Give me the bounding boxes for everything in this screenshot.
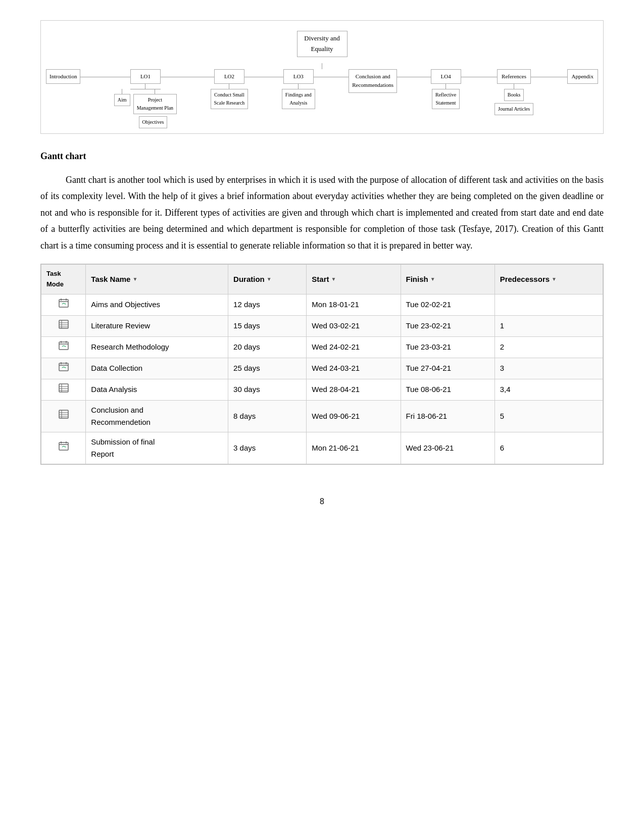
col-label-start: Start — [312, 273, 329, 285]
table-row: Literature Review15 daysWed 03-02-21Tue … — [41, 315, 603, 336]
row-6-start: Mon 21-06-21 — [307, 432, 401, 464]
row-4-predecessors: 3,4 — [494, 379, 603, 400]
refs-child-line — [514, 84, 514, 89]
org-child-findings: Findings and Analysis — [282, 89, 315, 109]
org-node-references: References — [497, 69, 531, 84]
org-node-lo1: LO1 — [130, 69, 161, 84]
row-2-name: Research Methodology — [86, 336, 228, 358]
svg-rect-25 — [59, 410, 68, 418]
sort-arrow-start[interactable]: ▼ — [331, 275, 336, 283]
gantt-table: TaskMode Task Name ▼ Duration ▼ — [41, 264, 603, 464]
col-label-finish: Finish — [406, 273, 428, 285]
row-1-finish: Tue 23-02-21 — [401, 315, 494, 336]
row-0-start: Mon 18-01-21 — [307, 294, 401, 315]
org-item-introduction: Introduction — [46, 69, 80, 84]
row-6-predecessors: 6 — [494, 432, 603, 464]
row-4-name: Data Analysis — [86, 379, 228, 400]
row-1-name: Literature Review — [86, 315, 228, 336]
gantt-paragraph: Gantt chart is another tool which is use… — [40, 172, 604, 254]
row-2-mode — [41, 336, 86, 358]
row-6-mode — [41, 432, 86, 464]
svg-rect-5 — [59, 320, 68, 328]
row-5-start: Wed 09-06-21 — [307, 400, 401, 432]
row-2-predecessors: 2 — [494, 336, 603, 358]
row-5-finish: Fri 18-06-21 — [401, 400, 494, 432]
org-child-objectives-node: Objectives — [139, 116, 168, 128]
org-child-journal: Journal Articles — [494, 103, 533, 115]
org-chart-container: Diversity and Equality Introduction LO1 … — [40, 20, 604, 134]
page-number: 8 — [40, 495, 604, 508]
row-4-duration: 30 days — [228, 379, 307, 400]
org-child-aim: Aim — [114, 94, 130, 106]
row-0-mode — [41, 294, 86, 315]
row-5-duration: 8 days — [228, 400, 307, 432]
row-6-finish: Wed 23-06-21 — [401, 432, 494, 464]
org-top-node: Diversity and Equality — [297, 31, 348, 57]
sort-arrow-duration[interactable]: ▼ — [267, 275, 272, 283]
svg-marker-14 — [65, 346, 66, 347]
row-1-predecessors: 1 — [494, 315, 603, 336]
table-row: Aims and Objectives12 daysMon 18-01-21Tu… — [41, 294, 603, 315]
col-header-start: Start ▼ — [307, 264, 401, 294]
sort-arrow-finish[interactable]: ▼ — [430, 275, 435, 283]
table-row: Conclusion and Recommendetion8 daysWed 0… — [41, 400, 603, 432]
org-item-lo4: LO4 Reflective Statement — [431, 69, 461, 110]
org-child-objectives: Project Management Plan — [133, 94, 177, 114]
org-node-lo3: LO3 — [283, 69, 314, 84]
row-5-predecessors: 5 — [494, 400, 603, 432]
row-0-name: Aims and Objectives — [86, 294, 228, 315]
col-label-duration: Duration — [233, 273, 265, 285]
col-header-finish: Finish ▼ — [401, 264, 494, 294]
org-item-lo2: LO2 Conduct Small Scale Research — [211, 69, 249, 110]
row-2-finish: Tue 23-03-21 — [401, 336, 494, 358]
col-label-mode: TaskMode — [46, 269, 64, 290]
org-node-lo4: LO4 — [431, 69, 461, 84]
sort-arrow-predecessors[interactable]: ▼ — [552, 275, 557, 283]
org-child-reflective: Reflective Statement — [432, 89, 460, 109]
svg-marker-19 — [65, 367, 66, 368]
row-3-start: Wed 24-03-21 — [307, 358, 401, 379]
sort-arrow-name[interactable]: ▼ — [132, 275, 137, 283]
table-row: Submission of final Report3 daysMon 21-0… — [41, 432, 603, 464]
row-5-mode — [41, 400, 86, 432]
org-child-books: Books — [504, 89, 524, 101]
row-1-mode — [41, 315, 86, 336]
org-item-lo3: LO3 Findings and Analysis — [282, 69, 315, 110]
col-header-predecessors: Predecessors ▼ — [494, 264, 603, 294]
org-node-appendix: Appendix — [567, 69, 598, 84]
row-3-predecessors: 3 — [494, 358, 603, 379]
gantt-chart-heading: Gantt chart — [40, 149, 604, 164]
lo3-child-line — [298, 84, 299, 89]
gantt-table-wrapper: TaskMode Task Name ▼ Duration ▼ — [40, 264, 604, 465]
row-0-finish: Tue 02-02-21 — [401, 294, 494, 315]
svg-marker-4 — [65, 303, 66, 305]
org-child-conduct: Conduct Small Scale Research — [211, 89, 249, 109]
svg-marker-34 — [65, 446, 66, 448]
row-1-start: Wed 03-02-21 — [307, 315, 401, 336]
org-item-references: References Books Journal Articles — [494, 69, 533, 116]
row-4-mode — [41, 379, 86, 400]
row-3-finish: Tue 27-04-21 — [401, 358, 494, 379]
table-row: Data Collection25 daysWed 24-03-21Tue 27… — [41, 358, 603, 379]
col-label-name: Task Name — [91, 273, 130, 285]
row-6-duration: 3 days — [228, 432, 307, 464]
org-top-row: Diversity and Equality — [297, 31, 348, 57]
org-item-lo1: LO1 Aim Project Management Plan — [114, 69, 177, 129]
row-4-finish: Tue 08-06-21 — [401, 379, 494, 400]
lo1-child-line — [145, 84, 145, 89]
table-header-row: TaskMode Task Name ▼ Duration ▼ — [41, 264, 603, 294]
lo4-child-line — [445, 84, 446, 89]
org-main-row: Introduction LO1 Aim Project Management — [46, 69, 598, 129]
row-2-duration: 20 days — [228, 336, 307, 358]
row-3-mode — [41, 358, 86, 379]
col-header-duration: Duration ▼ — [228, 264, 307, 294]
col-header-name: Task Name ▼ — [86, 264, 228, 294]
col-header-mode: TaskMode — [41, 264, 86, 294]
row-6-name: Submission of final Report — [86, 432, 228, 464]
svg-rect-20 — [59, 384, 68, 392]
org-node-introduction: Introduction — [46, 69, 80, 84]
row-5-name: Conclusion and Recommendetion — [86, 400, 228, 432]
lo2-child-line — [229, 84, 229, 89]
row-1-duration: 15 days — [228, 315, 307, 336]
row-0-predecessors — [494, 294, 603, 315]
